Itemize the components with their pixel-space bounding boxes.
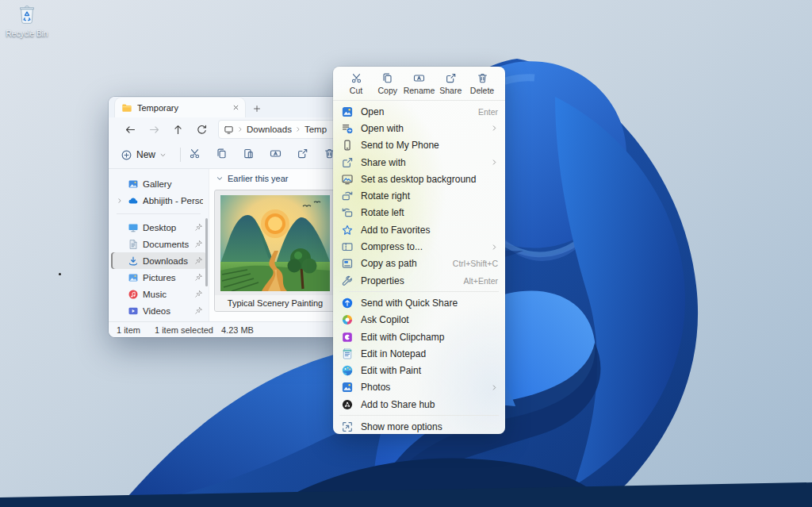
paste-icon xyxy=(243,148,255,159)
menu-item-photos[interactable]: Photos xyxy=(333,379,505,396)
back-icon xyxy=(124,124,136,136)
quick-action-label: Share xyxy=(439,86,462,95)
menu-item-show-more-options[interactable]: Show more options xyxy=(333,418,505,434)
file-item-selected[interactable]: Typical Scenery Painting xyxy=(214,190,336,312)
quick-action-label: Delete xyxy=(470,86,494,95)
expand-chevron-icon[interactable] xyxy=(116,198,124,204)
menu-item-properties[interactable]: PropertiesAlt+Enter xyxy=(333,272,505,289)
menu-item-label: Edit in Notepad xyxy=(361,348,426,359)
sidebar-item-videos[interactable]: Videos xyxy=(111,302,206,319)
new-plus-icon xyxy=(121,149,132,161)
menu-item-open[interactable]: OpenEnter xyxy=(333,103,505,120)
new-button[interactable]: New xyxy=(115,146,172,164)
menu-item-share-with[interactable]: Share with xyxy=(333,154,505,171)
menu-item-open-with[interactable]: Open with xyxy=(333,120,505,136)
nav-back-button[interactable] xyxy=(118,124,142,136)
status-selected-count: 1 item selected xyxy=(155,325,213,335)
sidebar-item-label: Documents xyxy=(143,240,190,249)
toolbar-rename-button[interactable] xyxy=(270,148,282,163)
menu-item-edit-in-notepad[interactable]: Edit in Notepad xyxy=(333,345,505,362)
breadcrumb-segment-downloads[interactable]: Downloads xyxy=(247,125,292,134)
menu-item-shortcut: Enter xyxy=(478,107,498,117)
quick-action-cut[interactable]: Cut xyxy=(341,72,371,95)
toolbar-copy-button[interactable] xyxy=(216,148,228,163)
breadcrumb-chevron-icon xyxy=(295,126,301,133)
menu-item-label: Show more options xyxy=(361,421,442,432)
toolbar-cut-button[interactable] xyxy=(189,148,201,163)
properties-icon xyxy=(341,275,354,287)
recycle-bin[interactable]: Recycle Bin xyxy=(3,4,51,38)
sidebar-item-label: Gallery xyxy=(143,179,203,189)
menu-item-label: Add to Share hub xyxy=(361,399,435,410)
quick-action-label: Rename xyxy=(404,86,435,95)
share-icon xyxy=(341,156,354,169)
phone-icon xyxy=(341,139,354,152)
menu-item-label: Ask Copilot xyxy=(361,314,409,325)
menu-item-label: Open with xyxy=(361,123,404,134)
group-header-label: Earlier this year xyxy=(228,174,288,183)
sidebar-item-documents[interactable]: Documents xyxy=(111,236,206,252)
clipchamp-icon xyxy=(341,331,354,344)
context-menu-items: OpenEnterOpen withSend to My PhoneShare … xyxy=(333,101,505,434)
videos-icon xyxy=(128,305,139,317)
compress-icon xyxy=(341,240,354,253)
menu-item-add-to-favorites[interactable]: Add to Favorites xyxy=(333,221,505,238)
breadcrumb-segment-temp[interactable]: Temp xyxy=(304,125,327,134)
breadcrumb[interactable]: DownloadsTemp xyxy=(218,120,340,139)
menu-item-label: Properties xyxy=(361,275,404,286)
folder-icon xyxy=(121,102,132,113)
close-tab-icon[interactable] xyxy=(232,103,240,112)
menu-item-edit-with-clipchamp[interactable]: Edit with Clipchamp xyxy=(333,328,505,345)
group-header[interactable]: Earlier this year xyxy=(214,174,347,183)
music-icon xyxy=(128,289,139,300)
menu-item-edit-with-paint[interactable]: Edit with Paint xyxy=(333,362,505,378)
pin-icon xyxy=(194,306,203,315)
nav-up-button[interactable] xyxy=(166,124,190,136)
quick-action-share[interactable]: Share xyxy=(435,72,465,95)
sidebar-item-abhijith-personal[interactable]: Abhijith - Personal xyxy=(111,192,206,209)
sidebar-item-label: Downloads xyxy=(143,256,190,266)
tab-title: Temporary xyxy=(137,103,227,113)
toolbar-paste-button[interactable] xyxy=(243,148,255,163)
pin-icon xyxy=(194,256,203,265)
context-menu-quick-actions: CutCopyRenameShareDelete xyxy=(333,67,505,101)
menu-item-compress-to[interactable]: Compress to... xyxy=(333,238,505,255)
menu-item-label: Copy as path xyxy=(361,258,417,269)
menu-item-ask-copilot[interactable]: Ask Copilot xyxy=(333,312,505,328)
sidebar-item-pictures[interactable]: Pictures xyxy=(111,269,206,286)
menu-item-label: Compress to... xyxy=(361,241,423,252)
new-tab-button[interactable] xyxy=(248,100,266,117)
menu-item-label: Rotate right xyxy=(361,190,410,202)
tab-bar: Temporary xyxy=(109,97,347,117)
menu-item-label: Set as desktop background xyxy=(361,174,476,185)
navigation-bar: DownloadsTemp xyxy=(109,117,347,141)
menu-item-rotate-left[interactable]: Rotate left xyxy=(333,205,505,221)
quick-action-copy[interactable]: Copy xyxy=(373,72,403,95)
quick-action-label: Cut xyxy=(350,86,362,95)
rotate-left-icon xyxy=(341,206,354,219)
quick-action-delete[interactable]: Delete xyxy=(467,72,497,95)
toolbar-share-button[interactable] xyxy=(297,148,308,163)
sidebar-item-music[interactable]: Music xyxy=(111,286,206,302)
quick-action-rename[interactable]: Rename xyxy=(404,72,435,95)
delete-icon xyxy=(477,72,488,84)
menu-item-label: Add to Favorites xyxy=(361,225,430,236)
nav-refresh-button[interactable] xyxy=(190,124,213,136)
sidebar-item-desktop[interactable]: Desktop xyxy=(111,219,206,236)
menu-item-rotate-right[interactable]: Rotate right xyxy=(333,187,505,204)
menu-item-shortcut: Alt+Enter xyxy=(464,276,498,286)
recycle-bin-label: Recycle Bin xyxy=(3,29,51,38)
menu-item-set-as-desktop-background[interactable]: Set as desktop background xyxy=(333,171,505,187)
sidebar-item-partial[interactable] xyxy=(111,319,206,321)
menu-item-add-to-share-hub[interactable]: Add to Share hub xyxy=(333,396,505,413)
menu-item-copy-as-path[interactable]: Copy as pathCtrl+Shift+C xyxy=(333,255,505,272)
rename-icon xyxy=(413,72,425,84)
documents-icon xyxy=(128,239,139,250)
sidebar-item-gallery[interactable]: Gallery xyxy=(111,175,206,192)
menu-item-send-to-my-phone[interactable]: Send to My Phone xyxy=(333,137,505,154)
nav-forward-button[interactable] xyxy=(142,124,166,136)
tab-temporary[interactable]: Temporary xyxy=(115,98,245,117)
sidebar-scrollbar[interactable] xyxy=(205,218,208,286)
sidebar-item-downloads[interactable]: Downloads xyxy=(111,252,206,269)
menu-item-send-with-quick-share[interactable]: Send with Quick Share xyxy=(333,294,505,311)
